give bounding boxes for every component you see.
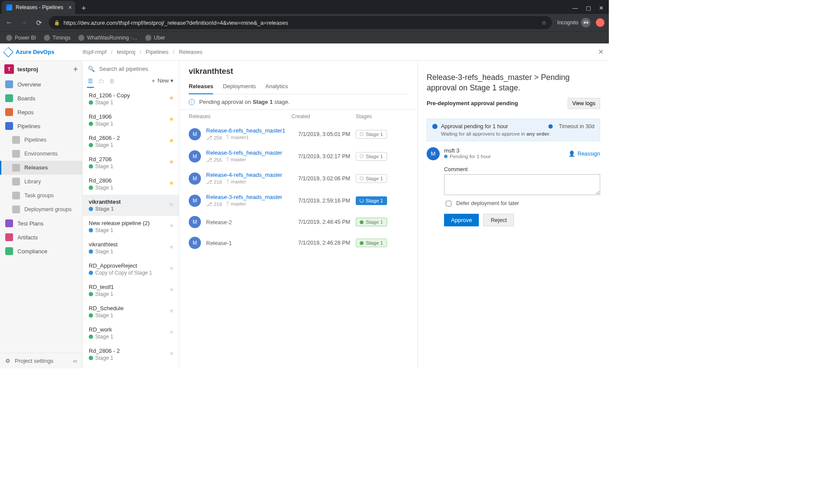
bookmark-item[interactable]: Power BI bbox=[6, 35, 36, 41]
project-name: testproj bbox=[17, 66, 38, 73]
star-icon[interactable]: ★ bbox=[169, 201, 174, 208]
forward-button[interactable]: → bbox=[19, 19, 29, 27]
star-icon[interactable]: ★ bbox=[169, 243, 174, 250]
close-tab-icon[interactable]: × bbox=[68, 4, 72, 10]
chevron-left-icon[interactable]: ‹‹ bbox=[73, 358, 77, 364]
reassign-link[interactable]: 👤 Reassign bbox=[568, 147, 600, 160]
bookmark-item[interactable]: WhatWasRunning -… bbox=[78, 35, 137, 41]
profile-avatar[interactable] bbox=[596, 18, 605, 27]
back-button[interactable]: ← bbox=[4, 19, 14, 27]
pipeline-item[interactable]: vikranthtestStage 1★ bbox=[83, 195, 179, 216]
approve-button[interactable]: Approve bbox=[444, 214, 479, 226]
nav-item-boards[interactable]: Boards bbox=[0, 91, 82, 105]
release-row[interactable]: MRelease-4-refs_heads_master⎇ 218ᛘ maste… bbox=[179, 167, 418, 189]
release-row[interactable]: MRelease-27/1/2019, 2:48:45 PM Stage 1 bbox=[179, 212, 418, 232]
star-icon[interactable]: ★ bbox=[169, 158, 174, 165]
pipeline-item[interactable]: vikranthtestStage 1★ bbox=[83, 237, 179, 259]
nav-item-artifacts[interactable]: Artifacts bbox=[0, 230, 82, 244]
pipeline-item[interactable]: Rd_2806 - 2Stage 1★ bbox=[83, 344, 179, 365]
stage-pill[interactable]: Stage 1 bbox=[356, 152, 387, 161]
nav-sub-environments[interactable]: Environments bbox=[0, 147, 82, 161]
nav-sub-releases[interactable]: Releases bbox=[0, 161, 82, 175]
pipeline-item[interactable]: Rd_1906Stage 1★ bbox=[83, 109, 179, 131]
pipeline-item[interactable]: RD_ScheduleStage 1★ bbox=[83, 301, 179, 322]
window-maximize-icon[interactable]: ▢ bbox=[586, 5, 591, 11]
star-icon[interactable]: ★ bbox=[169, 265, 174, 272]
release-title[interactable]: Release-6-refs_heads_master1 bbox=[206, 127, 298, 134]
star-icon[interactable]: ★ bbox=[169, 286, 174, 293]
breadcrumb-item[interactable]: Releases bbox=[179, 49, 202, 55]
release-row[interactable]: MRelease-5-refs_heads_master⎇ 255ᛘ maste… bbox=[179, 145, 418, 167]
folder-icon[interactable]: 🗀 bbox=[98, 78, 104, 84]
star-icon[interactable]: ★ bbox=[169, 222, 174, 229]
nav-item-pipelines[interactable]: Pipelines bbox=[0, 119, 82, 133]
release-title[interactable]: Release-2 bbox=[206, 219, 298, 225]
browser-tab[interactable]: Releases - Pipelines × bbox=[2, 1, 75, 14]
product-logo[interactable]: Azure DevOps bbox=[4, 48, 83, 56]
pipeline-item[interactable]: RD_workStage 1★ bbox=[83, 322, 179, 344]
trash-icon[interactable]: 🗑 bbox=[109, 78, 115, 84]
defer-checkbox[interactable]: Defer deployment for later bbox=[444, 199, 600, 208]
breadcrumb-item[interactable]: tfspf-rmpf bbox=[83, 49, 107, 55]
breadcrumb-item[interactable]: testproj bbox=[117, 49, 136, 55]
star-icon[interactable]: ★ bbox=[169, 350, 174, 357]
stage-pill[interactable]: Stage 1 bbox=[356, 239, 387, 247]
star-icon[interactable]: ★ bbox=[169, 116, 174, 123]
tab-releases[interactable]: Releases bbox=[189, 80, 213, 94]
stage-pill[interactable]: Stage 1 bbox=[356, 218, 387, 226]
nav-sub-pipelines[interactable]: Pipelines bbox=[0, 133, 82, 147]
nav-sub-library[interactable]: Library bbox=[0, 175, 82, 189]
breadcrumb-item[interactable]: Pipelines bbox=[146, 49, 169, 55]
pipeline-item[interactable]: Rd_2706Stage 1★ bbox=[83, 152, 179, 173]
release-row[interactable]: MRelease-3-refs_heads_master⎇ 218ᛘ maste… bbox=[179, 189, 418, 212]
window-close-icon[interactable]: ✕ bbox=[599, 5, 604, 11]
bookmark-icon bbox=[145, 35, 151, 41]
close-panel-icon[interactable]: ✕ bbox=[598, 48, 604, 56]
comment-input[interactable] bbox=[444, 174, 600, 195]
release-title[interactable]: Release-1 bbox=[206, 240, 298, 246]
release-title[interactable]: Release-5-refs_heads_master bbox=[206, 149, 298, 156]
star-icon[interactable]: ★ bbox=[169, 307, 174, 314]
star-icon[interactable]: ★ bbox=[169, 179, 174, 186]
release-title[interactable]: Release-3-refs_heads_master bbox=[206, 194, 298, 200]
reject-button[interactable]: Reject bbox=[483, 214, 514, 226]
star-icon[interactable]: ★ bbox=[169, 94, 174, 101]
project-settings[interactable]: ⚙ Project settings ‹‹ bbox=[0, 353, 82, 368]
view-list-icon[interactable]: ☰ bbox=[88, 78, 93, 84]
release-row[interactable]: MRelease-6-refs_heads_master1⎇ 256ᛘ mast… bbox=[179, 123, 418, 145]
tab-deployments[interactable]: Deployments bbox=[223, 80, 256, 94]
star-icon[interactable]: ★ bbox=[169, 328, 174, 335]
stage-pill[interactable]: Stage 1 bbox=[356, 130, 387, 139]
address-bar[interactable]: 🔒 https://dev.azure.com/tfspf-rmpf/testp… bbox=[49, 16, 552, 29]
window-minimize-icon[interactable]: — bbox=[572, 5, 578, 11]
pipeline-item[interactable]: Rd_2606 - 2Stage 1★ bbox=[83, 131, 179, 152]
reload-button[interactable]: ⟳ bbox=[34, 19, 43, 27]
bookmark-item[interactable]: Uber bbox=[145, 35, 165, 41]
add-icon[interactable]: + bbox=[73, 65, 78, 74]
view-logs-button[interactable]: View logs bbox=[568, 98, 600, 109]
pipeline-item[interactable]: RD_ApproveRejectCopy of Copy of Stage 1★ bbox=[83, 259, 179, 280]
nav-item-repos[interactable]: Repos bbox=[0, 105, 82, 119]
new-tab-button[interactable]: + bbox=[78, 3, 89, 14]
stage-pill[interactable]: Stage 1 bbox=[356, 196, 387, 205]
nav-sub-task-groups[interactable]: Task groups bbox=[0, 189, 82, 202]
tab-analytics[interactable]: Analytics bbox=[265, 80, 288, 94]
pipeline-item[interactable]: Rd_2806Stage 1★ bbox=[83, 173, 179, 195]
stage-pill[interactable]: Stage 1 bbox=[356, 174, 387, 183]
new-pipeline-button[interactable]: ＋ New ▾ bbox=[150, 77, 174, 85]
release-avatar: M bbox=[189, 128, 201, 140]
search-input[interactable]: 🔍 bbox=[83, 61, 179, 77]
release-row[interactable]: MRelease-17/1/2019, 2:46:28 PM Stage 1 bbox=[179, 232, 418, 253]
release-title[interactable]: Release-4-refs_heads_master bbox=[206, 172, 298, 178]
nav-item-compliance[interactable]: Compliance bbox=[0, 244, 82, 258]
pipeline-item[interactable]: RD_testf1Stage 1★ bbox=[83, 280, 179, 301]
nav-sub-deployment-groups[interactable]: Deployment groups bbox=[0, 202, 82, 216]
star-icon[interactable]: ☆ bbox=[541, 20, 547, 26]
pipeline-item[interactable]: Rd_1206 - CopyStage 1★ bbox=[83, 88, 179, 109]
star-icon[interactable]: ★ bbox=[169, 137, 174, 144]
nav-item-test-plans[interactable]: Test Plans bbox=[0, 216, 82, 230]
pipeline-item[interactable]: New release pipeline (2)Stage 1★ bbox=[83, 216, 179, 237]
nav-item-overview[interactable]: Overview bbox=[0, 77, 82, 91]
bookmark-item[interactable]: Timings bbox=[44, 35, 71, 41]
project-switcher[interactable]: T testproj + bbox=[0, 61, 82, 77]
